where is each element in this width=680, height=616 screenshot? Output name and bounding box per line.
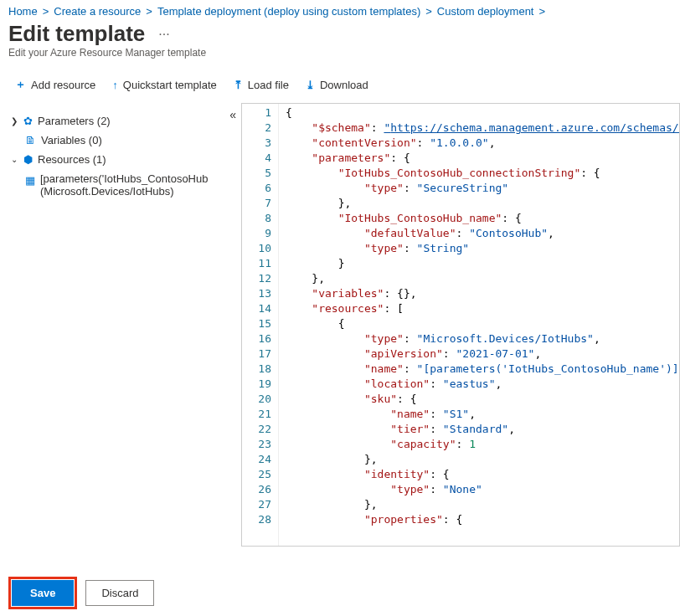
save-button[interactable]: Save [12, 580, 74, 606]
sidebar: « ❯ ✿ Parameters (2) 🗎 Variables (0) ⌄ ⬢… [0, 103, 241, 547]
bc-custom[interactable]: Custom deployment [437, 5, 534, 18]
add-resource-button[interactable]: ＋Add resource [7, 72, 104, 97]
quickstart-button[interactable]: ↑Quickstart template [104, 74, 225, 96]
tree-parameters[interactable]: ❯ ✿ Parameters (2) [7, 111, 241, 131]
breadcrumb: Home>Create a resource>Template deployme… [0, 0, 680, 19]
tree-resources[interactable]: ⌄ ⬢ Resources (1) [7, 150, 241, 169]
footer: Save Discard [0, 580, 680, 606]
document-icon: 🗎 [25, 134, 36, 146]
bc-template[interactable]: Template deployment (deploy using custom… [157, 5, 420, 18]
code-content[interactable]: { "$schema": "https://schema.management.… [279, 104, 679, 546]
bc-home[interactable]: Home [8, 5, 38, 18]
page-subtitle: Edit your Azure Resource Manager templat… [0, 47, 680, 67]
load-file-button[interactable]: ⤒Load file [225, 74, 297, 96]
code-editor[interactable]: 1234567891011121314151617181920212223242… [241, 103, 680, 547]
toolbar: ＋Add resource ↑Quickstart template ⤒Load… [0, 67, 680, 102]
tree-resource-item[interactable]: ▦ [parameters('IotHubs_ContosoHub(Micros… [7, 169, 241, 201]
download-icon: ⤓ [306, 79, 315, 91]
more-button[interactable]: ··· [158, 27, 169, 42]
tree-variables[interactable]: 🗎 Variables (0) [7, 131, 241, 150]
iothub-icon: ▦ [25, 174, 35, 187]
discard-button[interactable]: Discard [85, 580, 154, 606]
line-gutter: 1234567891011121314151617181920212223242… [242, 104, 279, 546]
page-title: Edit template [8, 21, 145, 47]
plus-icon: ＋ [15, 77, 26, 92]
bc-create[interactable]: Create a resource [54, 5, 141, 18]
download-button[interactable]: ⤓Download [297, 74, 377, 96]
collapse-sidebar-button[interactable]: « [229, 108, 236, 121]
chevron-right-icon: ❯ [10, 116, 18, 126]
chevron-down-icon: ⌄ [10, 155, 18, 164]
upload-icon: ⤒ [234, 79, 243, 91]
arrow-up-icon: ↑ [112, 79, 118, 91]
cube-icon: ⬢ [23, 153, 33, 166]
gear-icon: ✿ [23, 115, 33, 127]
